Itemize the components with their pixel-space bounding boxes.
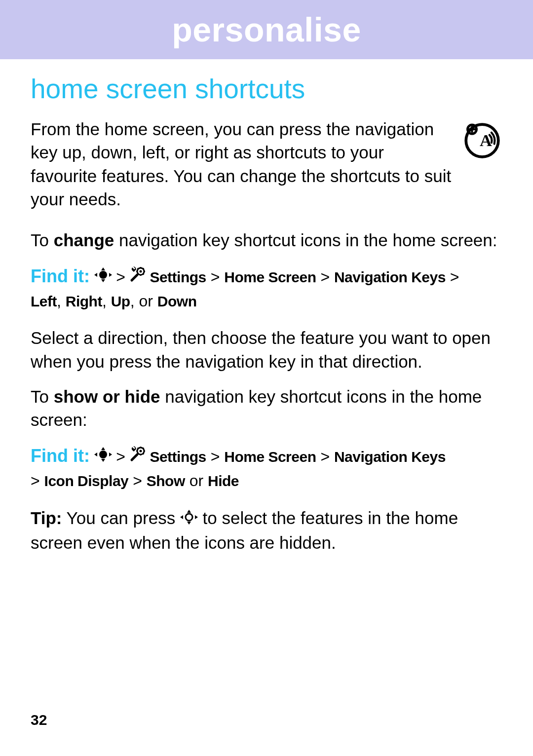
separator: > xyxy=(316,448,334,465)
tip-label: Tip: xyxy=(31,508,62,528)
show-hide-paragraph: To show or hide navigation key shortcut … xyxy=(31,385,502,432)
path-icon-display: Icon Display xyxy=(44,473,129,489)
text: You can press xyxy=(62,508,180,528)
separator: > xyxy=(128,472,146,490)
separator: > xyxy=(446,268,459,286)
text: To xyxy=(31,387,54,406)
svg-marker-16 xyxy=(109,453,112,456)
settings-tools-icon xyxy=(130,266,146,289)
settings-tools-icon xyxy=(130,446,146,468)
svg-marker-6 xyxy=(101,267,105,270)
path-hide: Hide xyxy=(208,473,239,489)
svg-point-12 xyxy=(99,451,107,458)
svg-marker-13 xyxy=(101,447,105,450)
find-it-path-1: Find it: > Settings > Home Screen > Navi… xyxy=(31,264,502,312)
intro-paragraph: From the home screen, you can press the … xyxy=(31,117,452,211)
page-number: 32 xyxy=(31,712,47,728)
svg-marker-14 xyxy=(101,459,105,462)
path-down: Down xyxy=(157,293,197,309)
separator: , xyxy=(57,292,66,310)
path-settings: Settings xyxy=(150,449,206,465)
find-it-label: Find it: xyxy=(31,266,90,286)
nav-key-outline-icon xyxy=(180,507,198,530)
text: To xyxy=(31,230,54,250)
path-nav-keys: Navigation Keys xyxy=(334,449,446,465)
svg-marker-15 xyxy=(94,453,97,456)
separator: > xyxy=(116,448,130,465)
svg-point-18 xyxy=(139,450,142,452)
separator: , xyxy=(130,292,139,310)
svg-marker-7 xyxy=(101,279,105,282)
svg-marker-8 xyxy=(94,273,97,277)
svg-point-19 xyxy=(186,514,192,521)
separator: , xyxy=(102,292,111,310)
separator: > xyxy=(31,472,44,490)
section-title: home screen shortcuts xyxy=(31,73,502,105)
intro-row: From the home screen, you can press the … xyxy=(31,117,502,211)
show-hide-bold: show or hide xyxy=(54,387,160,406)
select-paragraph: Select a direction, then choose the feat… xyxy=(31,326,502,373)
path-right: Right xyxy=(66,293,102,309)
change-paragraph: To change navigation key shortcut icons … xyxy=(31,228,502,252)
or-text: or xyxy=(185,472,208,490)
nav-key-solid-icon xyxy=(94,266,112,289)
page-content: home screen shortcuts From the home scre… xyxy=(0,59,533,554)
change-bold: change xyxy=(54,230,114,250)
tip-paragraph: Tip: You can press to select the feature… xyxy=(31,506,502,555)
path-left: Left xyxy=(31,293,57,309)
path-home-screen: Home Screen xyxy=(224,449,316,465)
svg-point-5 xyxy=(99,271,107,279)
personalise-feature-icon: A xyxy=(462,120,502,161)
svg-marker-20 xyxy=(187,510,191,513)
find-it-path-2: Find it: > Settings > Home Screen > Navi… xyxy=(31,443,502,492)
separator: > xyxy=(206,268,224,286)
path-home-screen: Home Screen xyxy=(224,269,316,285)
path-settings: Settings xyxy=(150,269,206,285)
svg-marker-23 xyxy=(195,515,198,519)
separator: > xyxy=(116,268,130,286)
svg-text:A: A xyxy=(480,131,492,150)
svg-marker-22 xyxy=(180,515,183,519)
find-it-label: Find it: xyxy=(31,446,90,466)
or-text: or xyxy=(139,292,157,310)
separator: > xyxy=(316,268,334,286)
svg-point-11 xyxy=(139,270,142,272)
chapter-header: personalise xyxy=(0,0,533,59)
path-up: Up xyxy=(111,293,130,309)
svg-marker-9 xyxy=(109,273,112,277)
separator: > xyxy=(206,448,224,465)
svg-marker-21 xyxy=(187,522,191,525)
text: navigation key shortcut icons in the hom… xyxy=(114,230,497,250)
path-show: Show xyxy=(147,473,185,489)
nav-key-solid-icon xyxy=(94,446,112,468)
chapter-title: personalise xyxy=(172,10,361,49)
path-nav-keys: Navigation Keys xyxy=(334,269,446,285)
